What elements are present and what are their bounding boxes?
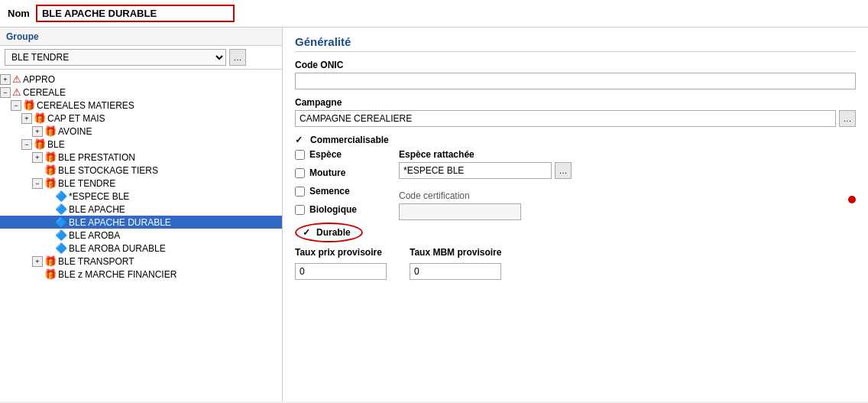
- icon-alert: ⚠: [12, 73, 21, 85]
- commercialisable-check: ✓: [295, 135, 303, 145]
- icon-leaf: 🔷: [55, 242, 67, 254]
- espece-outer-row: Espèce Mouture Semence Biologique: [295, 149, 856, 220]
- code-certification-section: Code certification: [399, 190, 572, 220]
- espece-rattachee-input[interactable]: [399, 162, 552, 179]
- biologique-checkbox[interactable]: [295, 205, 305, 215]
- biologique-row: Biologique: [295, 204, 387, 215]
- semence-label: Semence: [309, 186, 350, 197]
- tree-label-espece-ble: *ESPECE BLE: [69, 191, 129, 202]
- icon-alert: ⚠: [12, 86, 21, 98]
- tree-toggle-cereale[interactable]: −: [0, 87, 11, 98]
- tree-item-ble-aroba-durable[interactable]: 🔷BLE AROBA DURABLE: [0, 242, 282, 255]
- icon-leaf: 🔷: [55, 190, 67, 202]
- top-bar: Nom: [0, 0, 868, 28]
- rattachee-col: Espèce rattachée … Code certification: [399, 149, 572, 220]
- red-dot-container: [848, 195, 856, 220]
- durable-row: ✓ Durable: [295, 224, 856, 241]
- tree-label-appro: APPRO: [23, 74, 55, 85]
- taux-mbm-col: Taux MBM provisoire: [410, 247, 501, 280]
- code-certification-input[interactable]: [399, 203, 521, 220]
- tree-label-ble-aroba-durable: BLE AROBA DURABLE: [69, 243, 166, 254]
- tree-item-appro[interactable]: +⚠APPRO: [0, 73, 282, 86]
- tree-item-cereale[interactable]: −⚠CEREALE: [0, 86, 282, 99]
- campagne-input[interactable]: [295, 110, 836, 127]
- tree-item-ble-stockage[interactable]: 🎁BLE STOCKAGE TIERS: [0, 164, 282, 177]
- biologique-label: Biologique: [309, 204, 357, 215]
- icon-leaf: 🔷: [55, 216, 67, 228]
- tree-item-ble-aroba[interactable]: 🔷BLE AROBA: [0, 229, 282, 242]
- tree-item-ble-apache-durable[interactable]: 🔷BLE APACHE DURABLE: [0, 216, 282, 229]
- icon-multi: 🎁: [23, 99, 35, 111]
- tree-item-espece-ble[interactable]: 🔷*ESPECE BLE: [0, 190, 282, 203]
- icon-leaf: 🔷: [55, 203, 67, 215]
- nom-input[interactable]: [36, 5, 235, 22]
- tree-item-ble-z-marche[interactable]: 🎁BLE z MARCHE FINANCIER: [0, 268, 282, 281]
- icon-multi: 🎁: [44, 151, 57, 163]
- tree-container: +⚠APPRO−⚠CEREALE−🎁CEREALES MATIERES+🎁CAP…: [0, 70, 282, 401]
- tree-item-ble-prestation[interactable]: +🎁BLE PRESTATION: [0, 151, 282, 164]
- tree-item-ble-tendre[interactable]: −🎁BLE TENDRE: [0, 177, 282, 190]
- group-btn[interactable]: …: [229, 49, 246, 66]
- tree-toggle-ble-prestation[interactable]: +: [32, 152, 43, 163]
- tree-toggle-ble-tendre[interactable]: −: [32, 178, 43, 189]
- code-onic-input[interactable]: [295, 73, 856, 89]
- tree-label-ble-prestation: BLE PRESTATION: [58, 152, 135, 163]
- taux-row: Taux prix provisoire Taux MBM provisoire: [295, 247, 856, 280]
- tree-toggle-cap-et-mais[interactable]: +: [21, 113, 32, 124]
- semence-row: Semence: [295, 186, 387, 197]
- tree-label-cap-et-mais: CAP ET MAIS: [47, 113, 105, 124]
- campagne-btn[interactable]: …: [839, 110, 856, 127]
- left-panel-header: Groupe: [0, 28, 282, 46]
- tree-label-avoine: AVOINE: [58, 126, 92, 137]
- tree-toggle-ble[interactable]: −: [21, 139, 32, 150]
- tree-label-ble-aroba: BLE AROBA: [69, 230, 120, 241]
- taux-prix-label: Taux prix provisoire: [295, 247, 387, 258]
- mouture-label: Mouture: [309, 167, 345, 178]
- tree-toggle-cereales-matieres[interactable]: −: [11, 100, 21, 111]
- tree-label-ble-stockage: BLE STOCKAGE TIERS: [58, 165, 158, 176]
- mouture-checkbox[interactable]: [295, 168, 305, 178]
- campagne-group: Campagne …: [295, 97, 856, 127]
- icon-multi: 🎁: [44, 125, 57, 137]
- icon-multi: 🎁: [34, 138, 46, 150]
- tree-item-cereales-matieres[interactable]: −🎁CEREALES MATIERES: [0, 99, 282, 112]
- icon-multi: 🎁: [44, 177, 57, 189]
- espece-checkbox[interactable]: [295, 150, 305, 160]
- checkbox-col: Espèce Mouture Semence Biologique: [295, 149, 387, 220]
- espece-rattachee-btn[interactable]: …: [555, 162, 572, 179]
- icon-multi: 🎁: [44, 255, 57, 267]
- right-panel-title: Généralité: [295, 35, 856, 52]
- tree-toggle-avoine[interactable]: +: [32, 126, 43, 137]
- taux-mbm-input[interactable]: [410, 263, 501, 280]
- campagne-label: Campagne: [295, 97, 856, 108]
- tree-item-avoine[interactable]: +🎁AVOINE: [0, 125, 282, 138]
- commercialisable-label: Commercialisable: [310, 135, 389, 145]
- group-select[interactable]: BLE TENDRE: [5, 49, 226, 66]
- icon-leaf: 🔷: [55, 229, 67, 241]
- tree-item-cap-et-mais[interactable]: +🎁CAP ET MAIS: [0, 112, 282, 125]
- tree-toggle-appro[interactable]: +: [0, 74, 11, 85]
- tree-label-cereales-matieres: CEREALES MATIERES: [37, 100, 134, 111]
- tree-item-ble-apache[interactable]: 🔷BLE APACHE: [0, 203, 282, 216]
- tree-label-ble-transport: BLE TRANSPORT: [58, 256, 134, 267]
- taux-mbm-label: Taux MBM provisoire: [410, 247, 501, 258]
- icon-multi: 🎁: [44, 268, 57, 280]
- tree-label-ble: BLE: [47, 139, 65, 150]
- code-certification-label: Code certification: [399, 190, 572, 201]
- tree-item-ble-transport[interactable]: +🎁BLE TRANSPORT: [0, 255, 282, 268]
- code-onic-label: Code ONIC: [295, 60, 856, 70]
- taux-prix-input[interactable]: [295, 263, 387, 280]
- tree-toggle-ble-transport[interactable]: +: [32, 256, 43, 267]
- durable-check: ✓: [303, 227, 310, 238]
- taux-prix-col: Taux prix provisoire: [295, 247, 387, 280]
- tree-label-ble-apache-durable: BLE APACHE DURABLE: [69, 217, 171, 228]
- durable-oval: ✓ Durable: [295, 224, 363, 241]
- tree-label-ble-z-marche: BLE z MARCHE FINANCIER: [58, 269, 177, 280]
- groupe-title: Groupe: [6, 31, 39, 42]
- main-content: Groupe BLE TENDRE … +⚠APPRO−⚠CEREALE−🎁CE…: [0, 28, 868, 401]
- nom-label: Nom: [8, 8, 30, 19]
- group-selector: BLE TENDRE …: [0, 46, 282, 70]
- mouture-row: Mouture: [295, 167, 387, 178]
- tree-item-ble[interactable]: −🎁BLE: [0, 138, 282, 151]
- semence-checkbox[interactable]: [295, 187, 305, 197]
